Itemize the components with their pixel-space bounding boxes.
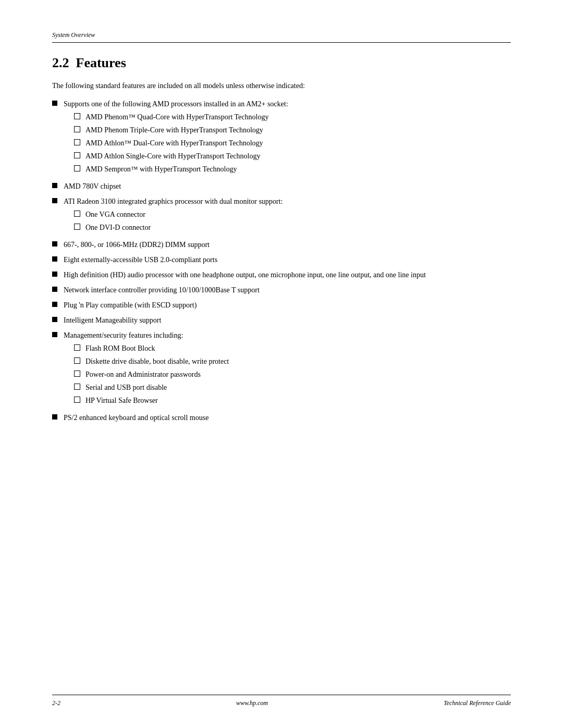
- sub-list: One VGA connectorOne DVI-D connector: [74, 209, 511, 233]
- sub-list-item-text: AMD Sempron™ with HyperTransport Technol…: [85, 164, 237, 175]
- sub-list: AMD Phenom™ Quad-Core with HyperTranspor…: [74, 112, 511, 175]
- sub-list-item: Diskette drive disable, boot disable, wr…: [74, 356, 511, 367]
- list-item-text: Plug 'n Play compatible (with ESCD suppo…: [64, 301, 197, 309]
- bullet-icon: [52, 101, 57, 106]
- sub-list-item-text: One VGA connector: [85, 209, 145, 220]
- list-item: Eight externally-accessible USB 2.0-comp…: [52, 254, 511, 265]
- footer-center: www.hp.com: [236, 699, 268, 707]
- checkbox-bullet-icon: [74, 397, 80, 403]
- checkbox-bullet-icon: [74, 224, 80, 230]
- list-item-text: PS/2 enhanced keyboard and optical scrol…: [64, 414, 209, 422]
- main-list: Supports one of the following AMD proces…: [52, 98, 511, 423]
- list-item: AMD 780V chipset: [52, 181, 511, 192]
- sub-list-item-text: Serial and USB port disable: [85, 382, 167, 393]
- sub-list-item: One DVI-D connector: [74, 222, 511, 233]
- list-item-text: Network interface controller providing 1…: [64, 286, 260, 294]
- bullet-icon: [52, 272, 57, 277]
- sub-list-item: HP Virtual Safe Browser: [74, 395, 511, 406]
- list-item-text: AMD 780V chipset: [64, 182, 121, 190]
- checkbox-bullet-icon: [74, 211, 80, 217]
- list-item: 667-, 800-, or 1066-MHz (DDR2) DIMM supp…: [52, 239, 511, 250]
- list-item-text: High definition (HD) audio processor wit…: [64, 271, 426, 279]
- sub-list-item: Power-on and Administrator passwords: [74, 369, 511, 380]
- sub-list-item: One VGA connector: [74, 209, 511, 220]
- sub-list-item-text: One DVI-D connector: [85, 222, 151, 233]
- sub-list-item-text: AMD Phenom™ Quad-Core with HyperTranspor…: [85, 112, 268, 122]
- checkbox-bullet-icon: [74, 344, 80, 351]
- list-item-text: Supports one of the following AMD proces…: [64, 100, 288, 108]
- sub-list-item-text: Flash ROM Boot Block: [85, 343, 155, 354]
- sub-list-item-text: AMD Athlon™ Dual-Core with HyperTranspor…: [85, 138, 263, 149]
- sub-list-item: AMD Sempron™ with HyperTransport Technol…: [74, 164, 511, 175]
- footer: 2-2 www.hp.com Technical Reference Guide: [52, 695, 511, 707]
- list-item: Intelligent Manageability support: [52, 315, 511, 326]
- list-item: Network interface controller providing 1…: [52, 285, 511, 295]
- checkbox-bullet-icon: [74, 113, 80, 119]
- page-header: System Overview: [52, 31, 511, 43]
- bullet-icon: [52, 302, 57, 307]
- bullet-icon: [52, 183, 57, 188]
- sub-list-item: Serial and USB port disable: [74, 382, 511, 393]
- bullet-icon: [52, 241, 57, 246]
- bullet-icon: [52, 198, 57, 203]
- page: System Overview 2.2 Features The followi…: [0, 0, 563, 728]
- sub-list-item: Flash ROM Boot Block: [74, 343, 511, 354]
- sub-list-item-text: AMD Athlon Single-Core with HyperTranspo…: [85, 151, 260, 162]
- list-item-text: Intelligent Manageability support: [64, 316, 161, 324]
- bullet-icon: [52, 414, 57, 419]
- list-item-text: 667-, 800-, or 1066-MHz (DDR2) DIMM supp…: [64, 241, 210, 249]
- footer-right: Technical Reference Guide: [444, 699, 511, 707]
- sub-list: Flash ROM Boot BlockDiskette drive disab…: [74, 343, 511, 406]
- sub-list-item-text: Diskette drive disable, boot disable, wr…: [85, 356, 229, 367]
- checkbox-bullet-icon: [74, 126, 80, 132]
- sub-list-item: AMD Phenom Triple-Core with HyperTranspo…: [74, 125, 511, 135]
- list-item-text: Management/security features including:: [64, 331, 183, 339]
- bullet-icon: [52, 287, 57, 292]
- checkbox-bullet-icon: [74, 384, 80, 390]
- list-item: PS/2 enhanced keyboard and optical scrol…: [52, 412, 511, 423]
- sub-list-item-text: AMD Phenom Triple-Core with HyperTranspo…: [85, 125, 263, 135]
- header-label: System Overview: [52, 31, 95, 39]
- checkbox-bullet-icon: [74, 139, 80, 145]
- list-item: High definition (HD) audio processor wit…: [52, 269, 511, 280]
- list-item: ATI Radeon 3100 integrated graphics proc…: [52, 196, 511, 235]
- checkbox-bullet-icon: [74, 152, 80, 158]
- bullet-icon: [52, 256, 57, 262]
- section-title: 2.2 Features: [52, 55, 511, 71]
- sub-list-item-text: Power-on and Administrator passwords: [85, 369, 201, 380]
- list-item: Plug 'n Play compatible (with ESCD suppo…: [52, 300, 511, 311]
- sub-list-item: AMD Phenom™ Quad-Core with HyperTranspor…: [74, 112, 511, 122]
- list-item-text: Eight externally-accessible USB 2.0-comp…: [64, 256, 217, 264]
- list-item: Management/security features including:F…: [52, 330, 511, 408]
- intro-text: The following standard features are incl…: [52, 80, 511, 91]
- checkbox-bullet-icon: [74, 371, 80, 377]
- list-item-text: ATI Radeon 3100 integrated graphics proc…: [64, 198, 283, 205]
- checkbox-bullet-icon: [74, 165, 80, 171]
- sub-list-item-text: HP Virtual Safe Browser: [85, 395, 158, 406]
- bullet-icon: [52, 332, 57, 337]
- sub-list-item: AMD Athlon Single-Core with HyperTranspo…: [74, 151, 511, 162]
- sub-list-item: AMD Athlon™ Dual-Core with HyperTranspor…: [74, 138, 511, 149]
- bullet-icon: [52, 317, 57, 322]
- list-item: Supports one of the following AMD proces…: [52, 98, 511, 177]
- checkbox-bullet-icon: [74, 357, 80, 364]
- footer-left: 2-2: [52, 699, 60, 707]
